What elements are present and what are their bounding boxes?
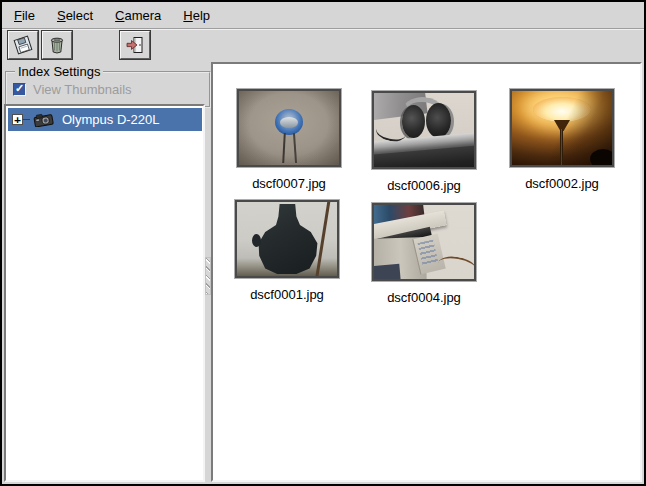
- tree-item-label: Olympus D-220L: [62, 112, 160, 127]
- menu-help-accel: H: [183, 8, 192, 23]
- thumbnail-item[interactable]: dscf0006.jpg: [362, 91, 486, 193]
- thumbnail-image[interactable]: [235, 200, 339, 278]
- floppy-disk-icon: [12, 34, 34, 56]
- menu-camera-label: amera: [125, 8, 162, 23]
- checkbox-label: View Thumbnails: [33, 82, 132, 97]
- camera-tree[interactable]: + Olympus D-220L: [4, 104, 205, 482]
- checkmark-icon: ✓: [15, 83, 24, 94]
- thumbnail-filename: dscf0007.jpg: [252, 176, 326, 191]
- menu-select[interactable]: Select: [49, 5, 101, 26]
- view-thumbnails-checkbox[interactable]: ✓ View Thumbnails: [13, 82, 203, 97]
- thumbnail-panel[interactable]: dscf0007.jpg dscf0006.jpg dscf0002.jpg d…: [211, 62, 642, 482]
- tree-branch-line: [23, 119, 30, 120]
- application-window: File Select Camera Help: [0, 0, 646, 486]
- thumbnail-filename: dscf0004.jpg: [387, 290, 461, 305]
- thumbnail-item[interactable]: dscf0001.jpg: [225, 200, 349, 302]
- tree-item-camera[interactable]: + Olympus D-220L: [8, 108, 202, 131]
- frame-title: Index Settings: [15, 64, 103, 79]
- exit-door-icon: [124, 34, 146, 56]
- thumbnail-image[interactable]: [237, 89, 341, 167]
- menu-file-label: ile: [22, 8, 35, 23]
- thumbnail-image[interactable]: [372, 203, 476, 281]
- trash-icon: [46, 34, 68, 56]
- thumbnail-filename: dscf0002.jpg: [525, 176, 599, 191]
- exit-button[interactable]: [120, 31, 150, 59]
- thumbnail-image[interactable]: [510, 89, 614, 167]
- checkbox-box[interactable]: ✓: [13, 83, 26, 96]
- thumbnail-item[interactable]: dscf0004.jpg: [362, 203, 486, 305]
- thumbnail-image[interactable]: [372, 91, 476, 169]
- index-settings-frame: Index Settings ✓ View Thumbnails: [5, 64, 211, 108]
- menu-file-accel: F: [14, 8, 22, 23]
- expander-plus-icon[interactable]: +: [12, 114, 23, 125]
- menu-file[interactable]: File: [6, 5, 43, 26]
- thumbnail-item[interactable]: dscf0002.jpg: [500, 89, 624, 191]
- menu-select-label: elect: [66, 8, 93, 23]
- toolbar: [2, 29, 644, 60]
- thumbnail-item[interactable]: dscf0007.jpg: [227, 89, 351, 191]
- menu-camera[interactable]: Camera: [107, 5, 169, 26]
- menu-help-label: elp: [193, 8, 210, 23]
- menubar: File Select Camera Help: [2, 2, 644, 29]
- menu-select-accel: S: [57, 8, 66, 23]
- save-button[interactable]: [8, 31, 38, 59]
- menu-camera-accel: C: [115, 8, 124, 23]
- thumbnail-filename: dscf0006.jpg: [387, 178, 461, 193]
- thumbnail-filename: dscf0001.jpg: [250, 287, 324, 302]
- menu-help[interactable]: Help: [175, 5, 218, 26]
- delete-button[interactable]: [42, 31, 72, 59]
- camera-icon: [33, 112, 55, 127]
